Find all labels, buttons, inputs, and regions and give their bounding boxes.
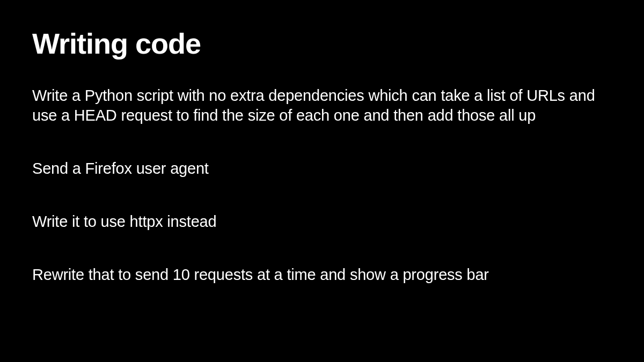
slide-paragraph: Write a Python script with no extra depe… [32,86,612,125]
slide-paragraph: Write it to use httpx instead [32,212,612,232]
slide-title: Writing code [32,27,612,60]
slide-paragraph: Send a Firefox user agent [32,159,612,179]
slide-paragraph: Rewrite that to send 10 requests at a ti… [32,265,612,285]
